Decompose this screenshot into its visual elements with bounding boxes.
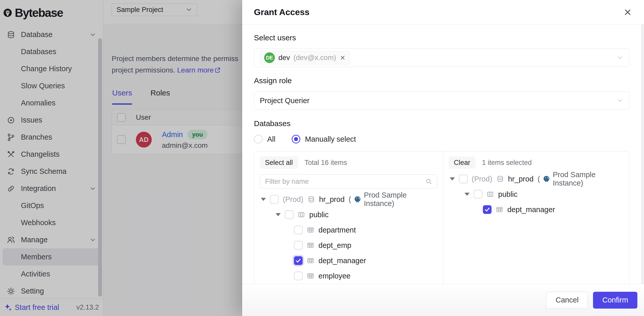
tree-expander-icon[interactable]: [276, 213, 281, 216]
tree-expander-icon[interactable]: [261, 198, 266, 201]
radio-all[interactable]: All: [254, 135, 275, 143]
source-pane: Select all Total 16 items (Prod): [254, 151, 443, 304]
table-name: department: [318, 226, 356, 234]
chip-user-email: (dev@x.com): [293, 54, 336, 62]
instance-name: Prod Sample Instance): [553, 171, 624, 187]
modal-footer: Cancel Confirm: [242, 284, 644, 316]
database-icon: [496, 175, 504, 183]
selected-tree: (Prod) hr_prod ( Prod Sample Instance): [449, 171, 624, 217]
chip-remove-icon[interactable]: [340, 55, 346, 61]
postgresql-icon: [354, 196, 361, 203]
assign-role-label: Assign role: [254, 76, 629, 85]
tree-checkbox[interactable]: [474, 190, 482, 199]
tree-row-table[interactable]: dept_manager: [449, 202, 624, 217]
schema-name: public: [309, 211, 329, 219]
modal-title: Grant Access: [254, 7, 310, 17]
confirm-button[interactable]: Confirm: [593, 292, 637, 309]
tree-expander-icon[interactable]: [465, 193, 470, 196]
table-name: dept_manager: [507, 205, 555, 214]
filter-input[interactable]: [265, 177, 425, 186]
clear-button[interactable]: Clear: [449, 156, 475, 169]
radio-manually-select[interactable]: Manually select: [292, 135, 356, 143]
tree-row-schema[interactable]: public: [449, 187, 624, 202]
check-icon: [484, 206, 491, 213]
instance-label: ( Prod Sample Instance): [538, 171, 624, 187]
tree-row-table[interactable]: employee: [260, 268, 437, 284]
environment-tag: (Prod): [283, 195, 303, 204]
databases-label: Databases: [254, 119, 629, 128]
grant-access-modal: Grant Access Select users DE dev (dev@x.…: [242, 0, 644, 316]
tree-checkbox[interactable]: [294, 272, 303, 280]
check-icon: [295, 257, 302, 264]
instance-label: ( Prod Sample Instance): [349, 191, 437, 208]
role-select[interactable]: Project Querier: [254, 91, 629, 110]
table-icon: [307, 241, 314, 249]
radio-all-label: All: [267, 135, 275, 143]
modal-scrollbar[interactable]: [641, 25, 644, 284]
table-name: employee: [318, 272, 351, 280]
table-icon: [307, 272, 314, 280]
database-icon: [307, 196, 315, 203]
instance-name: Prod Sample Instance): [364, 191, 437, 208]
tree-checkbox-checked[interactable]: [294, 256, 303, 265]
table-name: dept_emp: [318, 241, 351, 250]
select-all-button[interactable]: Select all: [260, 156, 298, 169]
database-transfer-panel: Select all Total 16 items (Prod): [254, 151, 629, 304]
table-icon: [307, 226, 314, 234]
app-root: Bytebase Database Databases Change Histo…: [0, 0, 644, 316]
user-multiselect[interactable]: DE dev (dev@x.com): [254, 48, 629, 67]
search-icon: [425, 178, 432, 185]
chevron-down-icon: [616, 97, 624, 104]
selected-count-label: 1 items selected: [482, 159, 532, 167]
database-scope-radios: All Manually select: [254, 135, 629, 143]
filter-field: [260, 174, 437, 189]
source-tree: (Prod) hr_prod ( Prod Sample Instance): [260, 192, 437, 284]
postgresql-icon: [543, 175, 550, 183]
table-icon: [496, 206, 503, 213]
selected-pane: Clear 1 items selected (Prod) hr_prod (: [443, 151, 629, 304]
environment-tag: (Prod): [472, 175, 492, 183]
database-name: hr_prod: [508, 175, 534, 183]
table-icon: [307, 257, 314, 264]
schema-name: public: [498, 190, 518, 199]
modal-header: Grant Access: [242, 0, 644, 25]
cancel-button[interactable]: Cancel: [546, 292, 588, 309]
tree-checkbox-checked[interactable]: [483, 205, 492, 214]
radio-manual-label: Manually select: [305, 135, 356, 143]
tree-checkbox[interactable]: [285, 210, 293, 219]
tree-row-database[interactable]: (Prod) hr_prod ( Prod Sample Instance): [260, 192, 437, 207]
paren: (: [349, 195, 351, 204]
tree-row-table[interactable]: dept_emp: [260, 238, 437, 253]
radio-all-control[interactable]: [254, 135, 263, 143]
close-icon[interactable]: [623, 8, 632, 17]
tree-checkbox[interactable]: [459, 175, 468, 183]
chip-user-name: dev: [278, 54, 290, 62]
database-name: hr_prod: [319, 195, 345, 204]
selected-pane-header: Clear 1 items selected: [449, 156, 624, 169]
tree-row-schema[interactable]: public: [260, 207, 437, 222]
chip-avatar: DE: [264, 52, 275, 63]
select-users-label: Select users: [254, 33, 629, 42]
table-name: dept_manager: [318, 257, 366, 265]
modal-body: Select users DE dev (dev@x.com) Assign r…: [242, 25, 641, 316]
tree-row-table[interactable]: department: [260, 222, 437, 238]
chevron-down-icon: [616, 54, 624, 61]
tree-checkbox[interactable]: [294, 241, 303, 250]
user-chip: DE dev (dev@x.com): [260, 51, 350, 65]
paren: (: [538, 175, 540, 183]
tree-checkbox[interactable]: [270, 195, 279, 204]
source-pane-header: Select all Total 16 items: [260, 156, 437, 169]
total-count-label: Total 16 items: [305, 159, 347, 167]
schema-icon: [298, 211, 305, 218]
schema-icon: [486, 190, 494, 198]
tree-row-database[interactable]: (Prod) hr_prod ( Prod Sample Instance): [449, 171, 624, 187]
role-select-value: Project Querier: [260, 96, 310, 105]
tree-expander-icon[interactable]: [450, 177, 455, 180]
tree-checkbox[interactable]: [294, 226, 303, 234]
tree-row-table[interactable]: dept_manager: [260, 253, 437, 268]
radio-manual-control[interactable]: [292, 135, 300, 143]
